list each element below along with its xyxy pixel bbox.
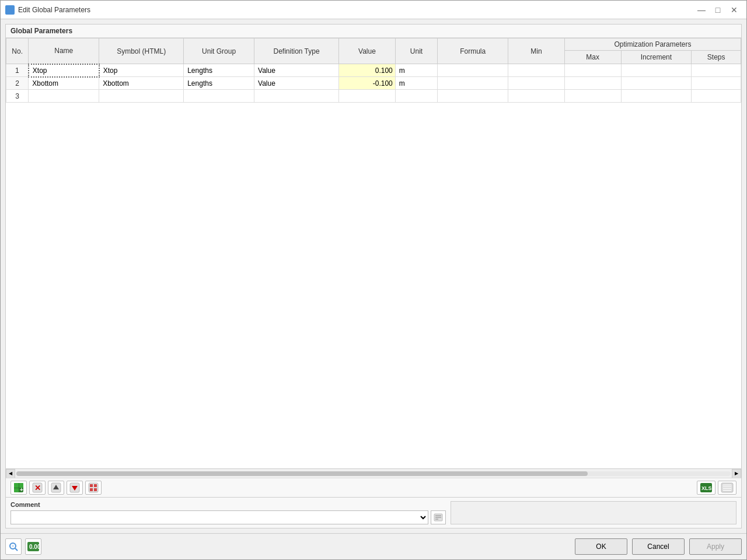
comment-input-row [11, 510, 446, 524]
panel-header: Global Parameters [6, 24, 741, 38]
cell-no-1: 1 [6, 64, 29, 77]
window-title: Edit Global Parameters [18, 6, 694, 14]
cell-value-1[interactable]: 0.100 [339, 64, 396, 77]
svg-line-32 [15, 548, 18, 551]
bottom-icons: 0.00 [5, 538, 570, 555]
cell-def-type-1[interactable]: Value [254, 64, 339, 77]
col-header-unit-group: Unit Group [184, 38, 254, 64]
col-header-no: No. [6, 38, 29, 64]
params-table: No. Name Symbol (HTML) Unit Group Defini… [6, 38, 741, 103]
cell-no-2: 2 [6, 77, 29, 90]
col-header-unit: Unit [395, 38, 438, 64]
cell-no-3: 3 [6, 90, 29, 103]
svg-point-33 [12, 545, 14, 547]
ok-button[interactable]: OK [575, 538, 627, 555]
cell-symbol-1[interactable]: Xtop [99, 64, 184, 77]
col-header-formula: Formula [438, 38, 508, 64]
col-header-def-type: Definition Type [254, 38, 339, 64]
cell-value-3[interactable] [339, 90, 396, 103]
svg-rect-5 [14, 483, 19, 488]
toolbar-left: + ✕ [11, 481, 102, 495]
cell-def-type-3[interactable] [254, 90, 339, 103]
dialog-buttons: OK Cancel Apply [575, 538, 742, 555]
clear-button[interactable] [85, 481, 102, 495]
close-button[interactable]: ✕ [727, 4, 742, 16]
col-header-opt-params: Optimization Parameters [564, 38, 741, 51]
svg-text:✕: ✕ [34, 484, 41, 492]
cell-steps-2[interactable] [692, 77, 741, 90]
cell-unit-group-1[interactable]: Lengths [184, 64, 254, 77]
comment-edit-button[interactable] [431, 510, 446, 524]
svg-rect-1 [11, 6, 13, 9]
svg-text:+: + [20, 487, 23, 493]
svg-rect-2 [6, 10, 9, 13]
horizontal-scrollbar[interactable]: ◀ ▶ [6, 468, 741, 478]
cell-steps-3[interactable] [692, 90, 741, 103]
cell-increment-2[interactable] [621, 77, 692, 90]
svg-text:XLS: XLS [701, 485, 712, 491]
cell-increment-1[interactable] [621, 64, 692, 77]
cancel-button[interactable]: Cancel [632, 538, 685, 555]
cell-unit-group-3[interactable] [184, 90, 254, 103]
cell-min-2[interactable] [508, 77, 565, 90]
col-header-max: Max [564, 51, 621, 64]
comment-select[interactable] [11, 510, 428, 524]
scroll-track[interactable] [16, 471, 731, 476]
cell-formula-2[interactable] [438, 77, 508, 90]
export-excel-button[interactable]: XLS [697, 481, 715, 495]
col-header-steps: Steps [692, 51, 741, 64]
cell-name-1[interactable]: Xtop [29, 64, 99, 77]
svg-rect-3 [11, 10, 13, 13]
svg-rect-19 [94, 488, 97, 491]
window-controls: — □ ✕ [694, 4, 742, 16]
table-row[interactable]: 2 Xbottom Xbottom Lengths Value -0.100 m [6, 77, 741, 90]
params-table-container[interactable]: No. Name Symbol (HTML) Unit Group Defini… [6, 38, 741, 468]
col-header-value: Value [339, 38, 396, 64]
toolbar: + ✕ [6, 478, 741, 497]
cell-symbol-2[interactable]: Xbottom [99, 77, 184, 90]
import-button[interactable] [718, 481, 736, 495]
comment-label: Comment [11, 501, 446, 508]
move-up-button[interactable] [48, 481, 64, 495]
cell-name-3[interactable] [29, 90, 99, 103]
add-row-button[interactable]: + [11, 481, 27, 495]
cell-def-type-2[interactable]: Value [254, 77, 339, 90]
move-down-button[interactable] [67, 481, 83, 495]
cell-increment-3[interactable] [621, 90, 692, 103]
scroll-left-arrow[interactable]: ◀ [6, 469, 15, 478]
zero-button[interactable]: 0.00 [25, 538, 41, 555]
search-button[interactable] [5, 538, 22, 555]
table-row[interactable]: 3 [6, 90, 741, 103]
svg-rect-18 [90, 488, 93, 491]
scroll-right-arrow[interactable]: ▶ [732, 469, 741, 478]
svg-rect-16 [90, 484, 93, 487]
cell-unit-3 [395, 90, 438, 103]
cell-max-1[interactable] [564, 64, 621, 77]
cell-value-2[interactable]: -0.100 [339, 77, 396, 90]
svg-rect-7 [14, 488, 19, 492]
cell-steps-1[interactable] [692, 64, 741, 77]
cell-formula-3[interactable] [438, 90, 508, 103]
col-header-name: Name [29, 38, 99, 64]
scroll-thumb[interactable] [16, 471, 588, 476]
cell-name-2[interactable]: Xbottom [29, 77, 99, 90]
cell-symbol-3[interactable] [99, 90, 184, 103]
cell-unit-group-2[interactable]: Lengths [184, 77, 254, 90]
delete-row-button[interactable]: ✕ [29, 481, 46, 495]
apply-button[interactable]: Apply [689, 538, 742, 555]
table-row[interactable]: 1 Xtop Xtop Lengths Value 0.100 m [6, 64, 741, 77]
cell-min-3[interactable] [508, 90, 565, 103]
title-bar: Edit Global Parameters — □ ✕ [1, 1, 746, 19]
cell-max-3[interactable] [564, 90, 621, 103]
minimize-button[interactable]: — [694, 4, 709, 16]
col-header-increment: Increment [621, 51, 692, 64]
toolbar-right: XLS [697, 481, 736, 495]
comment-preview [451, 501, 736, 524]
cell-formula-1[interactable] [438, 64, 508, 77]
maximize-button[interactable]: □ [710, 4, 725, 16]
cell-max-2[interactable] [564, 77, 621, 90]
svg-text:0.00: 0.00 [29, 544, 40, 550]
global-params-panel: Global Parameters No. Name Symbol (HTML)… [5, 24, 742, 528]
svg-rect-0 [6, 6, 9, 9]
cell-min-1[interactable] [508, 64, 565, 77]
